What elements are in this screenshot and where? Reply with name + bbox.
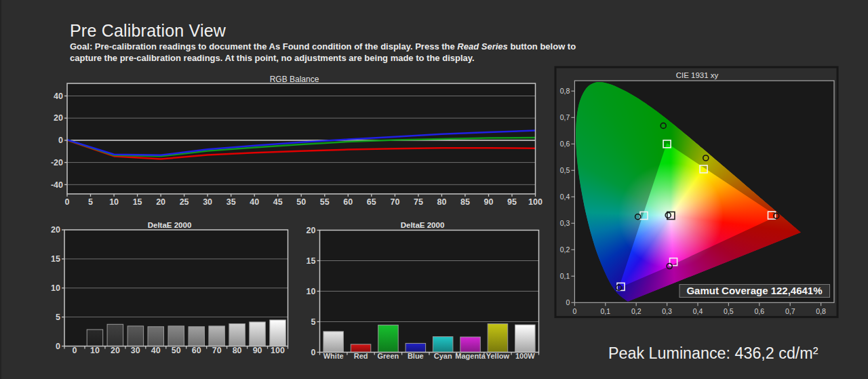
svg-text:0,6: 0,6 [754,307,764,315]
svg-text:0,2: 0,2 [631,307,642,315]
svg-text:0,3: 0,3 [662,307,672,315]
svg-text:0,1: 0,1 [560,272,570,280]
svg-text:Gamut Coverage 122,4641%: Gamut Coverage 122,4641% [686,285,822,296]
svg-text:0,6: 0,6 [560,140,570,148]
svg-text:0,7: 0,7 [560,113,570,121]
svg-text:0,4: 0,4 [693,307,703,315]
svg-text:0,3: 0,3 [560,219,570,227]
svg-text:0,7: 0,7 [785,307,795,315]
svg-text:0: 0 [572,307,576,315]
svg-text:0,5: 0,5 [724,307,734,315]
svg-text:0,1: 0,1 [600,307,610,315]
svg-text:0,8: 0,8 [816,307,826,315]
svg-text:0,5: 0,5 [560,166,570,174]
svg-text:0,2: 0,2 [560,245,570,254]
svg-text:0,4: 0,4 [560,193,570,201]
svg-text:0: 0 [566,298,570,306]
svg-text:0,8: 0,8 [560,87,570,95]
